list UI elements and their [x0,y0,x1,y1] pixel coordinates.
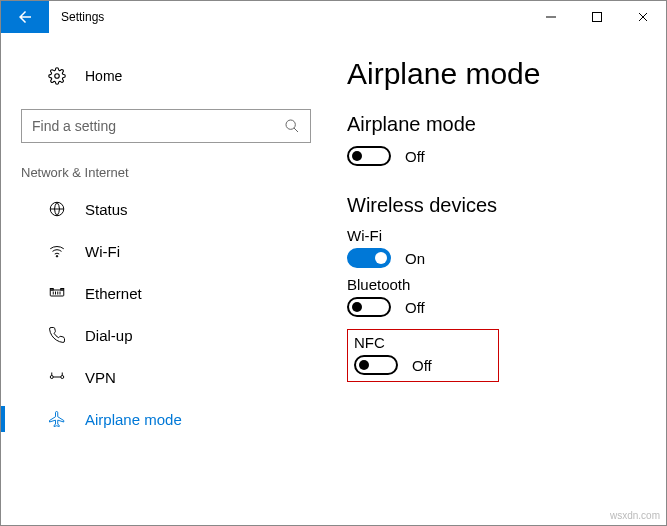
close-button[interactable] [620,1,666,33]
svg-point-6 [56,256,58,258]
bluetooth-toggle[interactable] [347,297,391,317]
globe-icon [47,200,67,218]
sidebar-item-status[interactable]: Status [1,188,331,230]
home-label: Home [85,68,122,84]
nfc-toggle[interactable] [354,355,398,375]
close-icon [638,12,648,22]
wifi-toggle[interactable] [347,248,391,268]
nfc-state: Off [412,357,432,374]
settings-window: Settings Home Find a sett [0,0,667,526]
vpn-icon [47,368,67,386]
minimize-button[interactable] [528,1,574,33]
page-title: Airplane mode [347,57,666,91]
sidebar-item-label: Ethernet [85,285,142,302]
nfc-toggle-row: Off [354,355,432,375]
svg-line-4 [294,128,298,132]
sidebar-item-label: Wi-Fi [85,243,120,260]
sidebar-item-label: Airplane mode [85,411,182,428]
sidebar-item-airplane-mode[interactable]: Airplane mode [1,398,331,440]
bluetooth-state: Off [405,299,425,316]
phone-icon [47,326,67,344]
maximize-button[interactable] [574,1,620,33]
sidebar-item-label: Status [85,201,128,218]
svg-rect-9 [61,289,64,291]
gear-icon [47,67,67,85]
search-placeholder: Find a setting [32,118,284,134]
wifi-toggle-row: On [347,248,666,268]
airplane-mode-toggle-row: Off [347,146,666,166]
search-icon [284,118,300,134]
airplane-mode-toggle[interactable] [347,146,391,166]
svg-point-15 [61,376,64,379]
svg-rect-1 [593,13,602,22]
nfc-label: NFC [354,334,432,351]
svg-point-3 [286,120,295,129]
svg-rect-7 [50,290,64,296]
svg-rect-0 [546,17,556,18]
wireless-devices-heading: Wireless devices [347,194,666,217]
sidebar-item-wifi[interactable]: Wi-Fi [1,230,331,272]
home-link[interactable]: Home [1,61,331,91]
sidebar-item-ethernet[interactable]: Ethernet [1,272,331,314]
sidebar-item-vpn[interactable]: VPN [1,356,331,398]
wifi-icon [47,242,67,260]
content-pane: Airplane mode Airplane mode Off Wireless… [331,33,666,525]
back-button[interactable] [1,1,49,33]
active-indicator [1,406,5,432]
left-pane: Home Find a setting Network & Internet S… [1,33,331,525]
category-label: Network & Internet [1,165,331,188]
maximize-icon [592,12,602,22]
watermark: wsxdn.com [610,510,660,521]
sidebar-item-label: VPN [85,369,116,386]
wifi-label: Wi-Fi [347,227,666,244]
svg-point-2 [55,74,60,79]
window-title: Settings [49,1,528,33]
airplane-icon [47,410,67,428]
titlebar: Settings [1,1,666,33]
ethernet-icon [47,284,67,302]
sidebar-item-dialup[interactable]: Dial-up [1,314,331,356]
wifi-state: On [405,250,425,267]
search-input[interactable]: Find a setting [21,109,311,143]
body: Home Find a setting Network & Internet S… [1,33,666,525]
window-controls [528,1,666,33]
arrow-left-icon [16,8,34,26]
minimize-icon [546,12,556,22]
svg-point-14 [50,376,53,379]
bluetooth-label: Bluetooth [347,276,666,293]
bluetooth-toggle-row: Off [347,297,666,317]
airplane-mode-section-heading: Airplane mode [347,113,666,136]
sidebar-item-label: Dial-up [85,327,133,344]
airplane-mode-state: Off [405,148,425,165]
nfc-highlight-box: NFC Off [347,329,499,382]
svg-rect-8 [50,289,53,291]
